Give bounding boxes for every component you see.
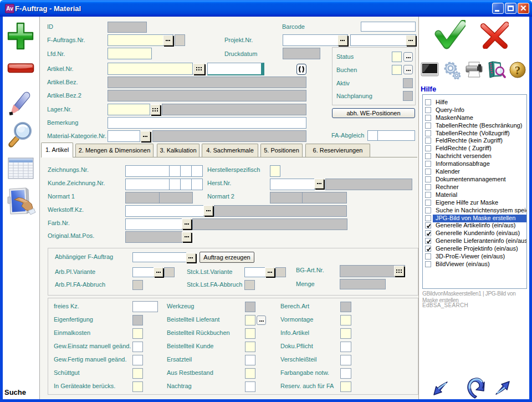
svg-text:?: ? — [515, 64, 521, 77]
